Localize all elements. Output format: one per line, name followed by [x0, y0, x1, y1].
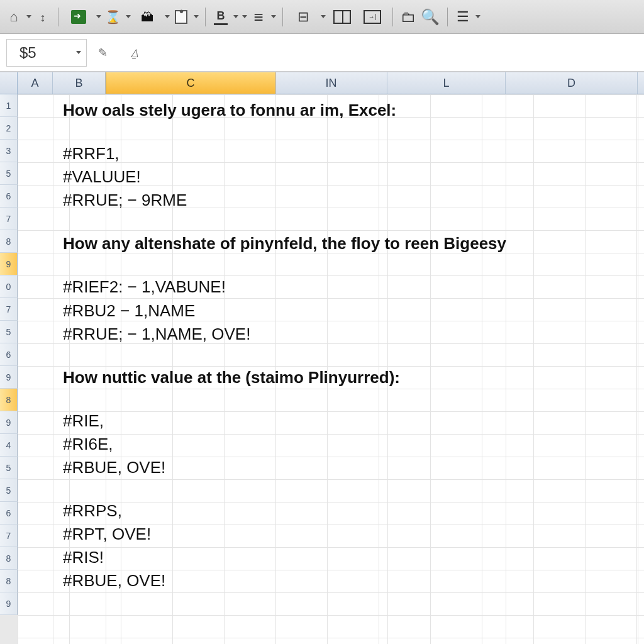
blank-line	[63, 213, 631, 233]
row-header[interactable]: 0	[0, 275, 18, 298]
name-box[interactable]: $5	[6, 39, 87, 67]
row-header[interactable]: 8	[0, 230, 18, 253]
cell-text: #RPT, OVE!	[63, 523, 631, 545]
merge-cells-button[interactable]	[328, 8, 356, 26]
cell-text: #RRPS,	[63, 500, 631, 522]
main-toolbar	[0, 0, 644, 34]
chart-dropdown[interactable]	[164, 8, 170, 26]
insert-dropdown[interactable]	[95, 8, 101, 26]
name-box-value: $5	[19, 44, 36, 62]
border-icon	[214, 10, 228, 24]
chevron-down-icon	[242, 15, 247, 18]
row-header[interactable]: 9	[0, 253, 18, 275]
folder-button[interactable]	[399, 8, 417, 26]
cell-text: #RBUE, OVE!	[63, 570, 631, 592]
border-dropdown-2[interactable]	[241, 8, 247, 26]
fx-button[interactable]: ⍙	[122, 41, 146, 65]
number-format-icon	[364, 10, 381, 24]
row-header[interactable]: 1	[0, 94, 18, 117]
list-button[interactable]	[454, 8, 472, 26]
row-header[interactable]: 5	[0, 321, 18, 343]
clipboard-dropdown[interactable]	[192, 8, 199, 26]
row-header[interactable]: 5	[0, 162, 18, 185]
pencil-icon: ✎	[98, 46, 108, 60]
blank-line	[63, 480, 631, 500]
row-header[interactable]: 9	[0, 411, 18, 434]
number-format-button[interactable]	[358, 8, 386, 26]
row-header[interactable]: 3	[0, 140, 18, 162]
column-header[interactable]: D	[506, 72, 638, 94]
chart-button[interactable]	[133, 8, 161, 26]
toolbar-separator	[282, 8, 283, 26]
search-button[interactable]	[419, 8, 441, 26]
cells-area[interactable]: How oals stely ugera to fonnu ar im, Exc…	[18, 94, 644, 644]
formula-bar-row: $5 ✎ ⍙	[0, 34, 644, 72]
formula-bar: ✎ ⍙	[87, 39, 644, 67]
row-header[interactable]: 8	[0, 570, 18, 592]
cell-text: #RBU2 − 1,NAME	[63, 300, 631, 322]
select-all-corner[interactable]	[0, 72, 18, 94]
insert-icon	[71, 10, 86, 24]
spreadsheet-grid: 12356789075698945567889 How oals stely u…	[0, 94, 644, 644]
row-header[interactable]: 7	[0, 208, 18, 230]
row-header[interactable]: 7	[0, 525, 18, 547]
insert-button[interactable]	[65, 8, 92, 26]
row-header[interactable]: 7	[0, 298, 18, 321]
border-dropdown[interactable]	[232, 8, 238, 26]
column-header[interactable]: L	[387, 72, 506, 94]
hourglass-dropdown[interactable]	[125, 8, 131, 26]
column-header[interactable]: B	[53, 72, 106, 94]
row-header[interactable]: 5	[0, 479, 18, 502]
toolbar-separator	[205, 8, 206, 26]
align-button[interactable]	[250, 8, 267, 26]
row-header[interactable]: 9	[0, 592, 18, 615]
align-icon	[253, 9, 263, 25]
cell-text: How oals stely ugera to fonnu ar im, Exc…	[63, 99, 631, 121]
cell-text: How any altenshate of pinynfeld, the flo…	[63, 233, 631, 255]
cell-text: #RRUE; − 9RME	[63, 189, 631, 211]
chevron-down-icon	[96, 15, 101, 18]
list-icon	[457, 10, 469, 24]
home-icon	[9, 10, 18, 24]
row-header[interactable]: 2	[0, 117, 18, 140]
chevron-down-icon	[194, 15, 199, 18]
home-dropdown[interactable]	[25, 8, 31, 26]
fx-icon: ⍙	[130, 45, 138, 61]
cell-text: #RIE,	[63, 410, 631, 432]
row-header[interactable]: 4	[0, 434, 18, 457]
blank-line	[63, 123, 631, 143]
hourglass-button[interactable]	[104, 8, 122, 26]
row-header-column: 12356789075698945567889	[0, 94, 18, 644]
chevron-down-icon	[233, 15, 238, 18]
sort-button[interactable]	[34, 8, 52, 26]
merge-button[interactable]	[289, 8, 317, 26]
align-dropdown[interactable]	[270, 8, 276, 26]
blank-line	[63, 390, 631, 410]
row-header[interactable]: 8	[0, 547, 18, 570]
row-header[interactable]: 6	[0, 185, 18, 208]
column-header[interactable]: C	[106, 72, 275, 94]
list-dropdown[interactable]	[474, 8, 480, 26]
row-header[interactable]: 6	[0, 343, 18, 366]
blank-line	[63, 347, 631, 367]
chevron-down-icon	[271, 15, 276, 18]
cell-text: #RRUE; − 1,NAME, OVE!	[63, 323, 631, 345]
row-header[interactable]: 5	[0, 457, 18, 479]
column-header-row: ABCINLD	[0, 72, 644, 94]
search-icon	[421, 9, 440, 25]
column-header[interactable]: IN	[275, 72, 387, 94]
clipboard-button[interactable]	[172, 8, 190, 26]
row-header[interactable]: 6	[0, 502, 18, 525]
formula-input[interactable]	[150, 39, 644, 67]
cell-text: #RI6E,	[63, 433, 631, 455]
column-header[interactable]: A	[18, 72, 53, 94]
row-header[interactable]: 9	[0, 366, 18, 389]
chart-icon	[141, 11, 153, 23]
row-header[interactable]: 8	[0, 389, 18, 411]
merge-icon	[297, 10, 309, 24]
merge-dropdown[interactable]	[319, 8, 326, 26]
cancel-button[interactable]: ✎	[91, 41, 114, 65]
border-button[interactable]	[212, 8, 230, 26]
home-button[interactable]	[5, 8, 23, 26]
folder-icon	[401, 9, 416, 25]
